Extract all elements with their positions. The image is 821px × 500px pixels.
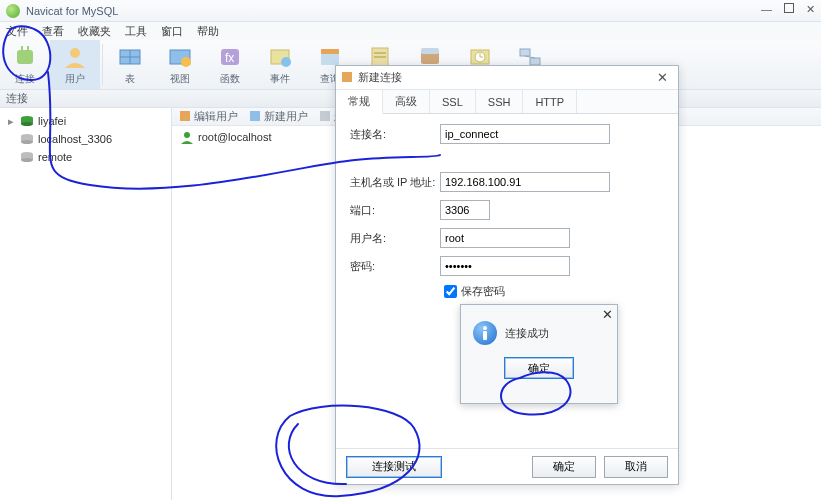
event-icon <box>266 44 294 70</box>
table-icon <box>116 44 144 70</box>
label-pwd: 密码: <box>350 259 440 274</box>
svg-point-3 <box>70 48 80 58</box>
window-controls: — ✕ <box>761 3 815 16</box>
svg-rect-14 <box>321 49 339 54</box>
input-host[interactable] <box>440 172 610 192</box>
svg-rect-24 <box>520 49 530 56</box>
tab-http[interactable]: HTTP <box>523 90 577 113</box>
input-user[interactable] <box>440 228 570 248</box>
caret-icon[interactable]: ▸ <box>6 115 16 128</box>
db-icon <box>20 150 34 164</box>
tab-ssl[interactable]: SSL <box>430 90 476 113</box>
conn-remote[interactable]: ▸ remote <box>0 148 171 166</box>
svg-rect-2 <box>27 46 29 51</box>
view-icon <box>166 44 194 70</box>
label-port: 端口: <box>350 203 440 218</box>
pencil-icon <box>180 111 192 123</box>
plus-icon <box>250 111 262 123</box>
menu-tools[interactable]: 工具 <box>125 24 147 39</box>
svg-rect-0 <box>17 50 33 64</box>
tab-ssh[interactable]: SSH <box>476 90 524 113</box>
svg-rect-40 <box>342 72 352 82</box>
menubar: 文件 查看 收藏夹 工具 窗口 帮助 <box>0 22 821 40</box>
sidebar: ▸ liyafei ▸ localhost_3306 ▸ remote <box>0 108 172 500</box>
svg-point-12 <box>281 57 291 67</box>
dialog-icon <box>342 72 354 84</box>
minimize-icon[interactable]: — <box>761 3 772 16</box>
menu-fav[interactable]: 收藏夹 <box>78 24 111 39</box>
tb-table[interactable]: 表 <box>105 40 155 89</box>
svg-rect-19 <box>421 48 439 54</box>
svg-rect-1 <box>21 46 23 51</box>
svg-rect-36 <box>180 111 190 121</box>
menu-file[interactable]: 文件 <box>6 24 28 39</box>
svg-point-32 <box>21 140 33 144</box>
user-icon <box>61 44 89 70</box>
conn-liyafei[interactable]: ▸ liyafei <box>0 112 171 130</box>
tab-general[interactable]: 常规 <box>336 90 383 114</box>
close-icon[interactable]: ✕ <box>806 3 815 16</box>
maximize-icon[interactable] <box>784 3 794 16</box>
label-user: 用户名: <box>350 231 440 246</box>
func-icon: fx <box>216 44 244 70</box>
new-connection-dialog: 新建连接 ✕ 常规 高级 SSL SSH HTTP 连接名: 主机名或 IP 地… <box>335 65 679 485</box>
chk-save-pwd[interactable] <box>444 285 457 298</box>
btn-test-connection[interactable]: 连接测试 <box>346 456 442 478</box>
label-host: 主机名或 IP 地址: <box>350 175 440 190</box>
info-icon <box>473 321 497 345</box>
svg-point-29 <box>21 122 33 126</box>
label-conn-name: 连接名: <box>350 127 440 142</box>
app-title: Navicat for MySQL <box>26 5 118 17</box>
menu-window[interactable]: 窗口 <box>161 24 183 39</box>
msgbox-success: ✕ 连接成功 确定 <box>460 304 618 404</box>
tb-func[interactable]: fx函数 <box>205 40 255 89</box>
label-save-pwd: 保存密码 <box>461 284 505 299</box>
input-pwd[interactable] <box>440 256 570 276</box>
tb-user[interactable]: 用户 <box>50 40 100 89</box>
db-icon <box>20 114 34 128</box>
tb-connect[interactable]: 连接 <box>0 40 50 89</box>
dialog-footer: 连接测试 确定 取消 <box>336 448 678 484</box>
section-label: 连接 <box>6 91 28 106</box>
svg-rect-16 <box>374 52 386 54</box>
svg-point-35 <box>21 158 33 162</box>
svg-point-39 <box>184 132 190 138</box>
plug-icon <box>11 44 39 70</box>
menu-view[interactable]: 查看 <box>42 24 64 39</box>
btn-edit-user[interactable]: 编辑用户 <box>180 109 238 124</box>
msgbox-ok-button[interactable]: 确定 <box>504 357 574 379</box>
conn-localhost[interactable]: ▸ localhost_3306 <box>0 130 171 148</box>
svg-rect-17 <box>374 56 386 58</box>
svg-point-8 <box>181 57 191 67</box>
svg-text:fx: fx <box>225 51 234 65</box>
tb-event[interactable]: 事件 <box>255 40 305 89</box>
db-icon <box>20 132 34 146</box>
tb-view[interactable]: 视图 <box>155 40 205 89</box>
dialog-title: 新建连接 <box>358 70 402 85</box>
svg-rect-38 <box>320 111 330 121</box>
menu-help[interactable]: 帮助 <box>197 24 219 39</box>
svg-rect-37 <box>250 111 260 121</box>
btn-cancel[interactable]: 取消 <box>604 456 668 478</box>
dialog-titlebar: 新建连接 ✕ <box>336 66 678 90</box>
svg-rect-25 <box>530 58 540 65</box>
dialog-tabs: 常规 高级 SSL SSH HTTP <box>336 90 678 114</box>
tab-advanced[interactable]: 高级 <box>383 90 430 113</box>
dialog-close-icon[interactable]: ✕ <box>653 70 672 85</box>
dialog-body: 连接名: 主机名或 IP 地址: 端口: 用户名: 密码: 保存密码 ✕ <box>336 114 678 448</box>
user-icon <box>180 130 194 144</box>
btn-new-user[interactable]: 新建用户 <box>250 109 308 124</box>
input-conn-name[interactable] <box>440 124 610 144</box>
btn-ok[interactable]: 确定 <box>532 456 596 478</box>
titlebar: Navicat for MySQL — ✕ <box>0 0 821 22</box>
msgbox-text: 连接成功 <box>505 326 549 341</box>
msgbox-close-icon[interactable]: ✕ <box>602 307 613 322</box>
trash-icon <box>320 111 332 123</box>
app-logo-icon <box>6 4 20 18</box>
input-port[interactable] <box>440 200 490 220</box>
